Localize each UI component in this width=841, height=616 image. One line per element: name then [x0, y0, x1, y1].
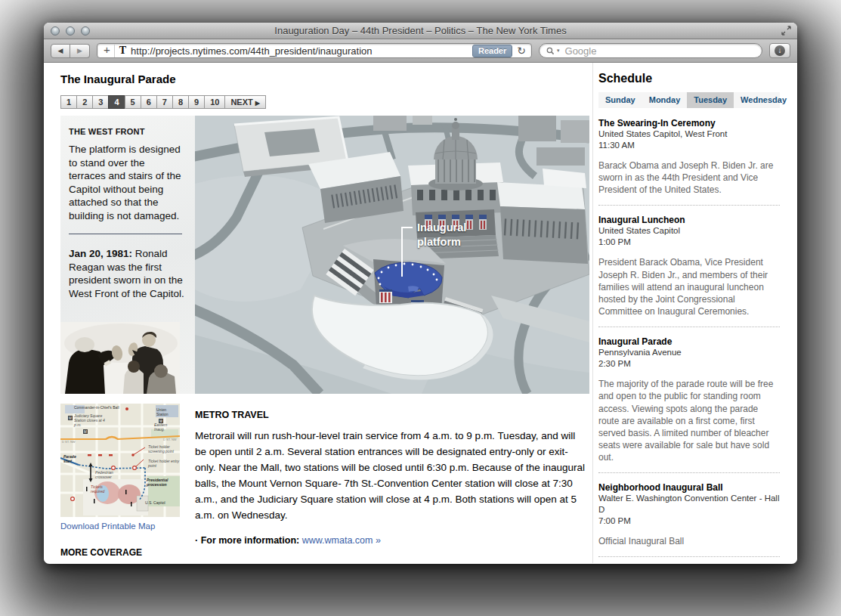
- page-button-8[interactable]: 8: [172, 95, 189, 109]
- tab-tuesday[interactable]: Tuesday: [687, 92, 734, 108]
- page-button-7[interactable]: 7: [156, 95, 173, 109]
- graphic-panel-text: The platform is designed to stand over t…: [69, 143, 184, 222]
- reader-button[interactable]: Reader: [472, 45, 512, 57]
- map-label: Presidential procession: [147, 478, 177, 487]
- page-button-1[interactable]: 1: [60, 95, 77, 109]
- more-info-label: · For more information:: [195, 535, 299, 546]
- tab-monday[interactable]: Monday: [642, 92, 688, 108]
- interactive-graphic: THE WEST FRONT The platform is designed …: [60, 116, 589, 394]
- search-icon: [546, 47, 555, 55]
- page-button-2[interactable]: 2: [76, 95, 93, 109]
- forward-icon: ▶: [77, 47, 82, 54]
- page-button-9[interactable]: 9: [188, 95, 205, 109]
- event-description: Official Inaugural Ball: [598, 535, 780, 547]
- close-window-button[interactable]: [51, 26, 60, 36]
- search-placeholder: Google: [562, 45, 597, 57]
- event-time: 11:30 AM: [598, 140, 780, 151]
- map-label: Ticket holder screening point: [148, 444, 180, 453]
- map-label: U.S. Capitol: [145, 500, 169, 505]
- address-bar[interactable]: + T http://projects.nytimes.com/44th_pre…: [97, 43, 532, 58]
- more-coverage-heading: MORE COVERAGE: [60, 547, 180, 558]
- map-label: Commander-in-Chief's Ball: [74, 405, 128, 410]
- svg-text:M: M: [69, 416, 72, 420]
- event-title: Inaugural Luncheon: [598, 215, 780, 225]
- panel-divider: [69, 234, 182, 234]
- label-leader-line: [401, 227, 403, 277]
- expand-icon[interactable]: [781, 26, 792, 39]
- back-icon: ◀: [58, 47, 63, 54]
- schedule-sidebar: Schedule SundayMondayTuesdayWednesday Th…: [592, 63, 780, 563]
- event-title: Neighborhood Inaugural Ball: [598, 482, 780, 493]
- event-title: The Swearing-In Ceremony: [598, 118, 780, 128]
- tab-wednesday[interactable]: Wednesday: [734, 92, 793, 108]
- forward-button[interactable]: ▶: [70, 44, 90, 58]
- map-label: Parade start: [63, 454, 82, 463]
- graphic-panel-heading: THE WEST FRONT: [69, 127, 184, 136]
- page-button-3[interactable]: 3: [92, 95, 109, 109]
- map-label: Tickets required: [91, 484, 109, 494]
- map-label: D ST. NW: [163, 438, 180, 442]
- page-button-6[interactable]: 6: [141, 95, 157, 109]
- left-rail: M M M Commander-in-Chief's BallUnion S: [60, 404, 180, 563]
- page-button-4[interactable]: 4: [108, 95, 125, 109]
- schedule-event: The Swearing-In CeremonyUnited States Ca…: [598, 118, 780, 196]
- event-time: 1:00 PM: [598, 237, 780, 248]
- window-controls: [51, 26, 90, 36]
- next-arrow-icon: ▶: [255, 100, 260, 107]
- reload-icon[interactable]: ↻: [517, 45, 527, 57]
- page-button-10[interactable]: 10: [204, 95, 225, 109]
- download-printable-map-link[interactable]: Download Printable Map: [60, 522, 180, 531]
- page-title: The Inaugural Parade: [60, 73, 589, 85]
- inaugural-platform-label: Inaugural platform: [417, 221, 479, 249]
- event-location: Pennsylvania Avenue: [598, 347, 780, 358]
- wmata-link[interactable]: www.wmata.com »: [302, 535, 381, 546]
- titlebar: Inauguration Day – 44th President – Poli…: [44, 23, 797, 39]
- graphic-caption: Jan 20, 1981: Ronald Reagan was the firs…: [69, 247, 187, 300]
- downloads-button[interactable]: ↓: [769, 43, 790, 58]
- metro-travel-heading: METRO TRAVEL: [195, 410, 588, 420]
- url-text[interactable]: http://projects.nytimes.com/44th_preside…: [131, 45, 468, 57]
- schedule-heading: Schedule: [598, 72, 780, 85]
- event-title: Inaugural Parade: [598, 336, 780, 347]
- event-location: United States Capitol: [598, 225, 780, 237]
- svg-text:M: M: [84, 430, 87, 434]
- next-page-button[interactable]: NEXT ▶: [224, 95, 266, 109]
- event-time: 7:00 PM: [598, 515, 780, 527]
- search-field[interactable]: ▾ Google: [539, 43, 762, 58]
- event-location: Walter E. Washington Convention Center -…: [598, 493, 780, 515]
- page-button-5[interactable]: 5: [125, 95, 141, 109]
- event-description: The majority of the parade route will be…: [598, 378, 780, 463]
- event-time: 2:30 PM: [598, 358, 780, 370]
- reagan-photo: [60, 322, 180, 394]
- main-column: The Inaugural Parade 12345678910NEXT ▶ T…: [60, 63, 589, 563]
- zoom-window-button[interactable]: [81, 26, 90, 36]
- map-label: D ST. NW: [62, 441, 85, 444]
- search-options-chevron-icon[interactable]: ▾: [557, 48, 560, 54]
- minimize-window-button[interactable]: [66, 26, 75, 36]
- event-separator: [598, 472, 780, 473]
- capitol-3d-image: [195, 116, 589, 394]
- add-bookmark-button[interactable]: +: [101, 44, 115, 57]
- event-location: United States Capitol, West Front: [598, 128, 780, 140]
- parade-map-thumbnail[interactable]: M M M Commander-in-Chief's BallUnion S: [60, 404, 180, 517]
- tab-sunday[interactable]: Sunday: [598, 92, 642, 108]
- schedule-events: The Swearing-In CeremonyUnited States Ca…: [598, 118, 780, 563]
- caption-date: Jan 20, 1981:: [69, 248, 132, 259]
- map-label: Ticket holder entry point: [148, 459, 180, 468]
- schedule-event: Inaugural LuncheonUnited States Capitol1…: [598, 215, 780, 317]
- graphic-text-panel: THE WEST FRONT The platform is designed …: [60, 116, 195, 394]
- schedule-tabs: SundayMondayTuesdayWednesday: [598, 92, 780, 108]
- metro-travel-body: Metrorail will run rush-hour-level train…: [195, 429, 588, 524]
- back-button[interactable]: ◀: [51, 44, 70, 58]
- schedule-event: Neighborhood Inaugural BallWalter E. Was…: [598, 482, 780, 547]
- event-description: Barack Obama and Joseph R. Biden Jr. are…: [598, 159, 780, 197]
- schedule-event: Inaugural ParadePennsylvania Avenue2:30 …: [598, 336, 780, 463]
- event-separator: [598, 205, 780, 206]
- map-label: Eastern Inaug.: [154, 423, 178, 432]
- desktop: { "colors": { "link_blue": "#3a5fa8", "t…: [0, 0, 841, 616]
- window-title: Inauguration Day – 44th President – Poli…: [274, 25, 566, 36]
- capitol-3d-view: Inaugural platform: [195, 116, 589, 394]
- article-text-column: METRO TRAVEL Metrorail will run rush-hou…: [195, 404, 588, 563]
- page-content: The Inaugural Parade 12345678910NEXT ▶ T…: [44, 63, 797, 563]
- label-leader-tick: [403, 227, 413, 228]
